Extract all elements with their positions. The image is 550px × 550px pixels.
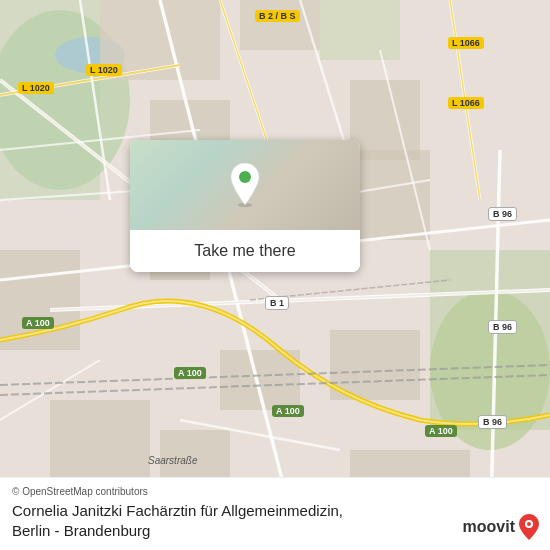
svg-rect-12 xyxy=(350,150,430,240)
road-badge-b96-top: B 96 xyxy=(488,207,517,221)
svg-rect-11 xyxy=(0,250,80,350)
location-card: Take me there xyxy=(130,140,360,272)
road-badge-l1066-top: L 1066 xyxy=(448,37,484,49)
take-me-there-button[interactable]: Take me there xyxy=(130,230,360,272)
road-badge-a100-1: A 100 xyxy=(22,317,54,329)
road-badge-a100-3: A 100 xyxy=(272,405,304,417)
svg-rect-10 xyxy=(350,80,420,160)
moovit-logo: moovit xyxy=(463,514,540,540)
road-badge-b96-mid: B 96 xyxy=(488,320,517,334)
road-badge-l1066-bottom: L 1066 xyxy=(448,97,484,109)
location-pin-icon xyxy=(227,163,263,207)
location-name: Cornelia Janitzki Fachärztin für Allgeme… xyxy=(12,501,538,540)
street-label-saarstrasse: Saarstraße xyxy=(148,455,197,466)
road-badge-l1020-right: L 1020 xyxy=(86,64,122,76)
svg-point-47 xyxy=(527,522,531,526)
road-badge-b96-bottom: B 96 xyxy=(478,415,507,429)
road-badge-l1020-left: L 1020 xyxy=(18,82,54,94)
road-badge-a100-2: A 100 xyxy=(174,367,206,379)
osm-credit: © OpenStreetMap contributors xyxy=(12,486,538,497)
map-container: L 1020 L 1020 B 2 / B S L 1066 L 1066 B … xyxy=(0,0,550,550)
map-background xyxy=(0,0,550,550)
moovit-pin-icon xyxy=(518,514,540,540)
svg-rect-16 xyxy=(50,400,150,480)
card-map-area xyxy=(130,140,360,230)
moovit-brand-text: moovit xyxy=(463,518,515,536)
road-badge-b1: B 1 xyxy=(265,296,289,310)
road-badge-b2: B 2 / B S xyxy=(255,10,300,22)
svg-point-45 xyxy=(239,171,251,183)
road-badge-a100-4: A 100 xyxy=(425,425,457,437)
svg-rect-5 xyxy=(320,0,400,60)
